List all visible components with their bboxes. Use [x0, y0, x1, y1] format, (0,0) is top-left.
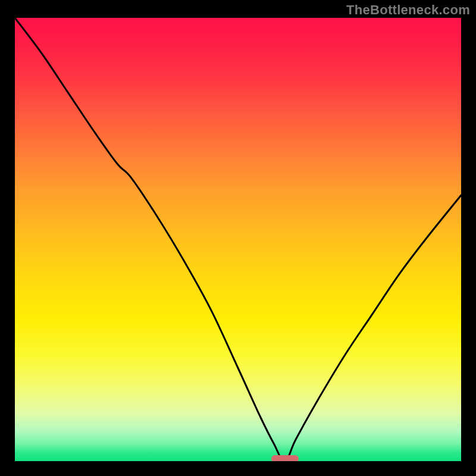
chart-stage: TheBottleneck.com: [0, 0, 476, 476]
watermark-text: TheBottleneck.com: [346, 2, 470, 18]
minimum-marker: [271, 455, 299, 461]
plot-area: [15, 18, 461, 461]
curve-path: [15, 18, 461, 461]
bottleneck-curve: [15, 18, 461, 461]
